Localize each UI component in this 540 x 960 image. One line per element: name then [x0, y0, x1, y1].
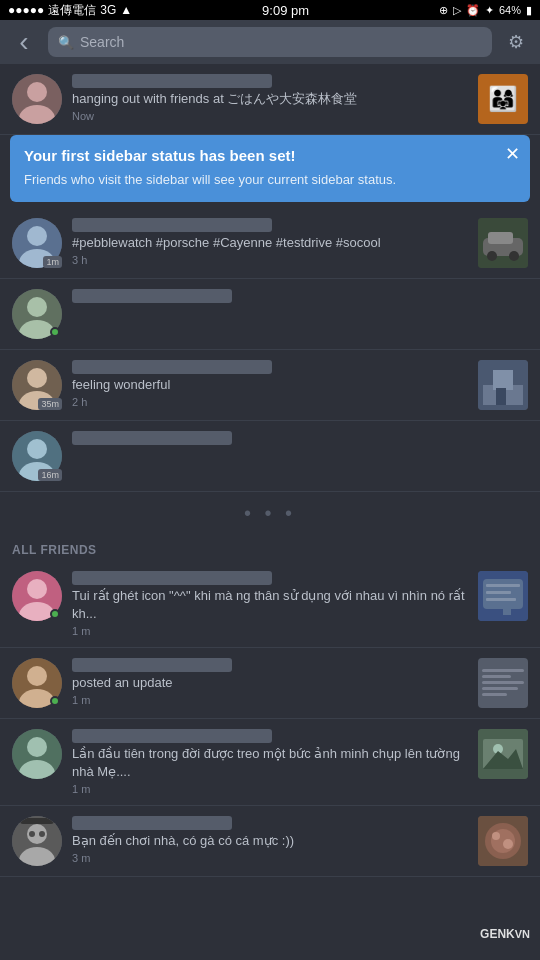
post-3-name-bar [72, 431, 232, 445]
all-friends-label: ALL FRIENDS [0, 535, 540, 561]
battery-icon: ▮ [526, 4, 532, 17]
post-item-2: 35m feeling wonderful 2 h [0, 350, 540, 421]
dot-2: • [264, 502, 275, 524]
post-2-time-badge: 35m [38, 398, 62, 410]
notification-title: Your first sidebar status has been set! [24, 147, 516, 164]
svg-rect-31 [486, 598, 516, 601]
gear-icon: ⚙ [508, 31, 524, 53]
top-post-avatar-wrap [12, 74, 62, 124]
friend-1-name-bar [72, 658, 232, 672]
notification-close-button[interactable]: ✕ [505, 143, 520, 165]
svg-point-4 [27, 226, 47, 246]
post-2-time: 2 h [72, 396, 468, 408]
friend-3-text: Bạn đến chơi nhà, có gà có cá mực :)) [72, 832, 468, 850]
friend-1-content: posted an update 1 m [72, 658, 468, 706]
post-3-avatar-wrap: 16m [12, 431, 62, 481]
watermark-sup: VN [515, 928, 530, 940]
svg-rect-8 [488, 232, 513, 244]
post-1-content [72, 289, 528, 303]
svg-rect-19 [493, 370, 513, 390]
post-1-online-dot [50, 327, 60, 337]
friend-3-time: 3 m [72, 852, 468, 864]
friend-1-online-dot [50, 696, 60, 706]
dot-1: • [244, 502, 255, 524]
status-time: 9:09 pm [262, 3, 309, 18]
top-post-avatar [12, 74, 62, 124]
friend-2-name-bar [72, 729, 272, 743]
friend-3-thumb [478, 816, 528, 866]
friend-2-time: 1 m [72, 783, 468, 795]
network: 3G [100, 3, 116, 17]
back-icon: ‹ [19, 26, 28, 58]
friend-2-text: Lần đầu tiên trong đời được treo một bức… [72, 745, 468, 781]
svg-point-1 [27, 82, 47, 102]
watermark-text: GENK [480, 927, 515, 941]
thumb-line-5 [482, 693, 507, 696]
post-item-3: 16m [0, 421, 540, 492]
svg-rect-32 [503, 609, 511, 615]
nav-bar: ‹ 🔍 Search ⚙ [0, 20, 540, 64]
friend-1-time: 1 m [72, 694, 468, 706]
carrier: 遠傳電信 [48, 2, 96, 19]
post-2-avatar-wrap: 35m [12, 360, 62, 410]
post-2-name-bar [72, 360, 272, 374]
genk-watermark: GENKVN [480, 927, 530, 950]
svg-point-37 [27, 737, 47, 757]
post-0-time-badge: 1m [43, 256, 62, 268]
top-post-name-bar [72, 74, 272, 88]
friend-0-online-dot [50, 609, 60, 619]
svg-point-53 [503, 839, 513, 849]
svg-point-10 [509, 251, 519, 261]
svg-rect-29 [486, 584, 520, 587]
friend-2-avatar [12, 729, 62, 779]
post-item-1 [0, 279, 540, 350]
friend-1-text: posted an update [72, 674, 468, 692]
svg-point-46 [29, 831, 35, 837]
friend-3-avatar [12, 816, 62, 866]
post-item-0: 1m #pebblewatch #porsche #Cayenne #testd… [0, 208, 540, 279]
svg-point-12 [27, 297, 47, 317]
dot-3: • [285, 502, 296, 524]
svg-rect-20 [496, 388, 506, 405]
location-icon: ⊕ [439, 4, 448, 17]
friend-0-name-bar [72, 571, 272, 585]
friend-1-avatar-wrap [12, 658, 62, 708]
svg-point-34 [27, 666, 47, 686]
post-2-content: feeling wonderful 2 h [72, 360, 468, 408]
post-1-avatar-wrap [12, 289, 62, 339]
post-0-avatar-wrap: 1m [12, 218, 62, 268]
post-0-text: #pebblewatch #porsche #Cayenne #testdriv… [72, 234, 468, 252]
top-post-item: hanging out with friends at ごはんや大安森林食堂 N… [0, 64, 540, 135]
svg-point-52 [492, 832, 500, 840]
top-post-time: Now [72, 110, 468, 122]
back-button[interactable]: ‹ [8, 26, 40, 58]
friend-3-name-bar [72, 816, 232, 830]
post-0-time: 3 h [72, 254, 468, 266]
svg-point-47 [39, 831, 45, 837]
post-3-content [72, 431, 528, 445]
notification-box: ✕ Your first sidebar status has been set… [10, 135, 530, 202]
friend-item-1: posted an update 1 m [0, 648, 540, 719]
thumb-line-4 [482, 687, 518, 690]
friend-0-content: Tui rất ghét icon "^^" khi mà ng thân sử… [72, 571, 468, 637]
svg-point-15 [27, 368, 47, 388]
svg-point-25 [27, 579, 47, 599]
search-bar[interactable]: 🔍 Search [48, 27, 492, 57]
alarm-icon: ⏰ [466, 4, 480, 17]
friend-0-time: 1 m [72, 625, 468, 637]
svg-point-9 [487, 251, 497, 261]
top-post-content: hanging out with friends at ごはんや大安森林食堂 N… [72, 74, 468, 122]
post-0-content: #pebblewatch #porsche #Cayenne #testdriv… [72, 218, 468, 266]
thumb-line-3 [482, 681, 524, 684]
settings-button[interactable]: ⚙ [500, 26, 532, 58]
friend-0-text: Tui rất ghét icon "^^" khi mà ng thân sử… [72, 587, 468, 623]
friend-0-thumb [478, 571, 528, 621]
friend-3-avatar-wrap [12, 816, 62, 866]
status-left: ●●●●● 遠傳電信 3G ▲ [8, 2, 132, 19]
post-0-name-bar [72, 218, 272, 232]
friend-2-thumb [478, 729, 528, 779]
nav-icon: ▷ [453, 4, 461, 17]
post-2-text: feeling wonderful [72, 376, 468, 394]
loading-dots: • • • [0, 492, 540, 535]
svg-rect-48 [20, 818, 54, 824]
